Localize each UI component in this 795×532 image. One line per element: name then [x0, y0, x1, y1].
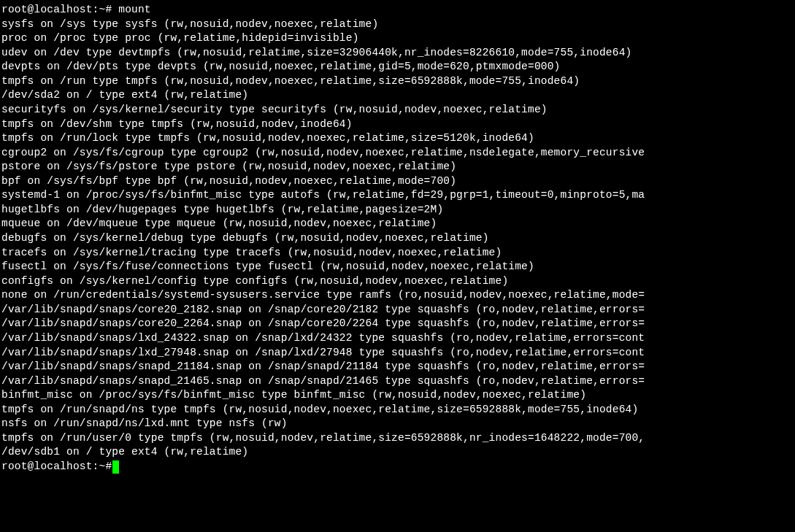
output-line: tmpfs on /run/lock type tmpfs (rw,nosuid…	[1, 131, 794, 146]
terminal-output[interactable]: root@localhost:~# mount sysfs on /sys ty…	[1, 3, 794, 474]
output-line: /var/lib/snapd/snaps/core20_2264.snap on…	[1, 317, 794, 331]
output-line: tmpfs on /run/snapd/ns type tmpfs (rw,no…	[1, 403, 794, 417]
output-line: cgroup2 on /sys/fs/cgroup type cgroup2 (…	[1, 146, 794, 161]
command-line: root@localhost:~# mount	[1, 3, 794, 18]
output-line: binfmt_misc on /proc/sys/fs/binfmt_misc …	[1, 388, 794, 403]
output-line: hugetlbfs on /dev/hugepages type hugetlb…	[1, 203, 794, 217]
command-text: mount	[118, 4, 151, 15]
output-line: sysfs on /sys type sysfs (rw,nosuid,node…	[1, 18, 794, 32]
output-line: devpts on /dev/pts type devpts (rw,nosui…	[1, 60, 794, 74]
output-line: /var/lib/snapd/snaps/lxd_24322.snap on /…	[1, 331, 794, 346]
active-prompt-line[interactable]: root@localhost:~#	[1, 460, 794, 474]
output-line: proc on /proc type proc (rw,relatime,hid…	[1, 31, 794, 46]
output-line: tmpfs on /run/user/0 type tmpfs (rw,nosu…	[1, 431, 794, 446]
output-line: systemd-1 on /proc/sys/fs/binfmt_misc ty…	[1, 188, 794, 203]
shell-prompt: root@localhost:~#	[1, 4, 118, 15]
output-line: nsfs on /run/snapd/ns/lxd.mnt type nsfs …	[1, 417, 794, 431]
output-line: /var/lib/snapd/snaps/snapd_21465.snap on…	[1, 374, 794, 389]
output-line: /var/lib/snapd/snaps/lxd_27948.snap on /…	[1, 346, 794, 361]
output-line: /var/lib/snapd/snaps/snapd_21184.snap on…	[1, 360, 794, 374]
output-line: none on /run/credentials/systemd-sysuser…	[1, 288, 794, 303]
output-line: bpf on /sys/fs/bpf type bpf (rw,nosuid,n…	[1, 174, 794, 189]
shell-prompt: root@localhost:~#	[1, 460, 112, 474]
output-line: pstore on /sys/fs/pstore type pstore (rw…	[1, 160, 794, 174]
output-line: debugfs on /sys/kernel/debug type debugf…	[1, 231, 794, 246]
output-line: tmpfs on /dev/shm type tmpfs (rw,nosuid,…	[1, 117, 794, 132]
output-line: tracefs on /sys/kernel/tracing type trac…	[1, 246, 794, 261]
output-line: mqueue on /dev/mqueue type mqueue (rw,no…	[1, 217, 794, 231]
output-line: /dev/sdb1 on / type ext4 (rw,relatime)	[1, 445, 794, 460]
output-line: configfs on /sys/kernel/config type conf…	[1, 274, 794, 289]
output-line: tmpfs on /run type tmpfs (rw,nosuid,node…	[1, 74, 794, 89]
output-line: /var/lib/snapd/snaps/core20_2182.snap on…	[1, 303, 794, 317]
output-line: /dev/sda2 on / type ext4 (rw,relatime)	[1, 88, 794, 103]
output-line: fusectl on /sys/fs/fuse/connections type…	[1, 260, 794, 274]
output-line: udev on /dev type devtmpfs (rw,nosuid,re…	[1, 46, 794, 61]
output-line: securityfs on /sys/kernel/security type …	[1, 103, 794, 117]
cursor-icon	[112, 460, 119, 474]
